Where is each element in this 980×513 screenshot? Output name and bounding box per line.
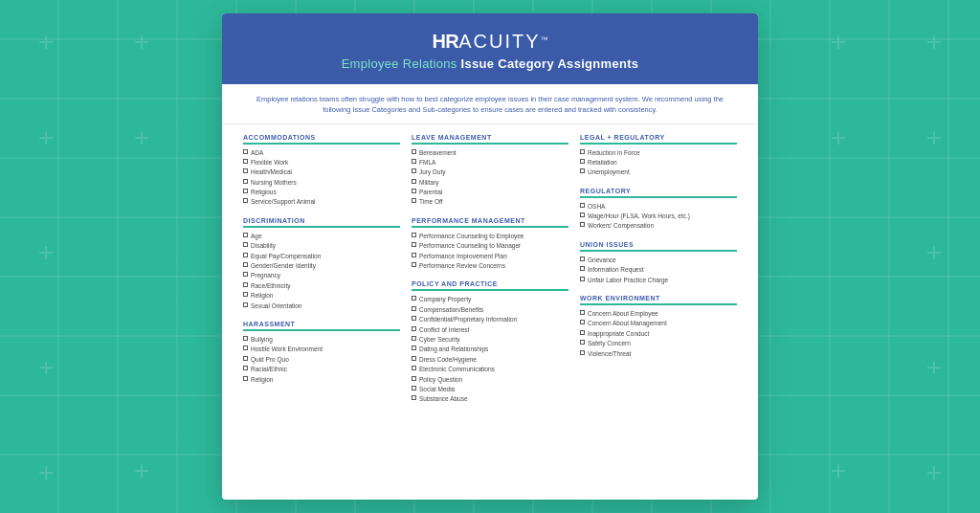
list-item: Jury Duty	[412, 167, 568, 177]
checkbox-icon	[243, 253, 248, 257]
checkbox-icon	[243, 233, 248, 237]
list-item: Workers' Compensation	[580, 221, 737, 231]
checkbox-icon	[243, 376, 248, 381]
item-label: ADA	[251, 148, 263, 158]
item-label: Concern About Management	[588, 319, 667, 328]
item-label: Military	[419, 178, 439, 188]
checkbox-icon	[412, 306, 416, 311]
checkbox-icon	[412, 316, 416, 321]
section-accommodations: ACCOMMODATIONSADAFlexible WorkHealth/Med…	[243, 134, 400, 208]
list-item: Electronic Communications	[412, 365, 568, 374]
list-item: Substance Abuse	[412, 394, 568, 404]
item-label: Religious	[251, 188, 277, 197]
checkbox-icon	[412, 168, 416, 173]
checkbox-icon	[412, 346, 416, 350]
item-label: Substance Abuse	[419, 394, 468, 404]
item-label: Performance Review Concerns	[419, 261, 505, 271]
list-item: Performance Counseling to Manager	[412, 241, 568, 251]
list-item: Religion	[243, 375, 400, 385]
item-label: Race/Ethnicity	[251, 281, 291, 291]
category-title: POLICY AND PRACTICE	[412, 280, 568, 291]
category-title: WORK ENVIRONMENT	[580, 295, 737, 305]
item-label: Dating and Relationships	[419, 345, 488, 354]
list-item: Information Request	[580, 265, 737, 275]
checkbox-icon	[412, 326, 416, 331]
checkbox-icon	[243, 282, 248, 287]
list-item: Performance Counseling to Employee	[412, 232, 568, 241]
list-item: Service/Support Animal	[243, 197, 400, 207]
bg-plus-12: +	[926, 459, 942, 486]
checkbox-icon	[243, 159, 248, 164]
checkbox-icon	[243, 179, 248, 184]
category-title: UNION ISSUES	[580, 241, 737, 252]
checkbox-icon	[580, 350, 585, 355]
list-item: Performance Review Concerns	[412, 261, 568, 271]
list-item: Safety Concern	[580, 339, 737, 348]
list-item: Religion	[243, 291, 400, 301]
category-title: ACCOMMODATIONS	[243, 134, 400, 145]
checkbox-icon	[243, 189, 248, 193]
bg-plus-13: +	[134, 124, 149, 151]
item-list: Reduction in ForceRetaliationUnemploymen…	[580, 148, 737, 178]
item-label: Performance Improvement Plan	[419, 252, 507, 261]
checkbox-icon	[243, 198, 248, 203]
item-list: Company PropertyCompensation/BenefitsCon…	[412, 295, 568, 404]
section-leave-management: LEAVE MANAGEMENTBereavementFMLAJury Duty…	[412, 134, 568, 208]
item-label: Religion	[251, 375, 274, 385]
checkbox-icon	[243, 346, 248, 350]
item-label: Workers' Compensation	[588, 221, 654, 231]
category-title: REGULATORY	[580, 188, 737, 198]
item-label: Reduction in Force	[588, 148, 640, 158]
logo-hr: HR	[432, 31, 458, 52]
checkbox-icon	[243, 149, 248, 154]
list-item: Military	[412, 178, 568, 188]
section-harassment: HARASSMENTBullyingHostile Work Environme…	[243, 321, 400, 385]
item-label: Time Off	[419, 197, 443, 207]
checkbox-icon	[580, 168, 585, 173]
list-item: Pregnancy	[243, 271, 400, 280]
item-label: Jury Duty	[419, 167, 445, 177]
subtitle-green: Employee Relations	[342, 56, 457, 71]
checkbox-icon	[412, 395, 416, 400]
checkbox-icon	[580, 203, 585, 208]
item-label: Bereavement	[419, 148, 457, 158]
checkbox-icon	[412, 336, 416, 341]
item-list: Concern About EmployeeConcern About Mana…	[580, 309, 737, 359]
section-legal--regulatory: LEGAL + REGULATORYReduction in ForceReta…	[580, 134, 737, 178]
list-item: Religious	[243, 188, 400, 197]
column-3: LEGAL + REGULATORYReduction in ForceReta…	[574, 134, 743, 493]
list-item: Health/Medical	[243, 167, 400, 177]
checkbox-icon	[580, 277, 585, 281]
bg-plus-6: +	[926, 124, 942, 151]
item-label: Performance Counseling to Manager	[419, 241, 521, 251]
item-label: Disability	[251, 241, 276, 251]
bg-plus-8: +	[926, 239, 942, 266]
item-list: OSHAWage/Hour (FLSA, Work Hours, etc.)Wo…	[580, 202, 737, 232]
list-item: Performance Improvement Plan	[412, 252, 568, 261]
checkbox-icon	[580, 256, 585, 261]
content-area: ACCOMMODATIONSADAFlexible WorkHealth/Med…	[222, 124, 758, 501]
list-item: Disability	[243, 241, 400, 251]
list-item: Quid Pro Quo	[243, 355, 400, 365]
item-label: Inappropriate Conduct	[588, 329, 649, 339]
header-subtitle: Employee Relations Issue Category Assign…	[241, 56, 739, 71]
list-item: Retaliation	[580, 158, 737, 167]
checkbox-icon	[412, 376, 416, 381]
checkbox-icon	[580, 159, 585, 164]
checkbox-icon	[412, 189, 416, 193]
item-label: Health/Medical	[251, 167, 292, 177]
list-item: FMLA	[412, 158, 568, 167]
item-list: BereavementFMLAJury DutyMilitaryParental…	[412, 148, 568, 208]
checkbox-icon	[412, 198, 416, 203]
checkbox-icon	[580, 310, 585, 315]
item-label: Concern About Employee	[588, 309, 658, 319]
checkbox-icon	[412, 159, 416, 164]
list-item: Bereavement	[412, 148, 568, 158]
item-label: Grievance	[588, 256, 616, 265]
section-regulatory: REGULATORYOSHAWage/Hour (FLSA, Work Hour…	[580, 188, 737, 232]
category-title: LEGAL + REGULATORY	[580, 134, 737, 145]
list-item: Unemployment	[580, 167, 737, 177]
main-card: HRACUITY™ Employee Relations Issue Categ…	[222, 13, 758, 500]
checkbox-icon	[412, 179, 416, 184]
subtitle-white: Issue Category Assignments	[461, 56, 639, 71]
